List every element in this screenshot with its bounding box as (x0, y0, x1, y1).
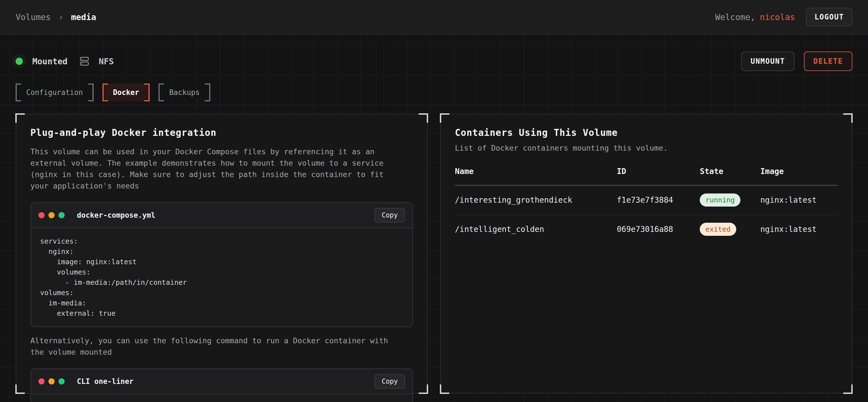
volume-actions: UNMOUNT DELETE (741, 52, 853, 71)
column-header-id: ID (617, 167, 700, 186)
breadcrumb: Volumes › media (16, 11, 96, 23)
status-badge-running: running (700, 194, 740, 207)
volume-tabs: Configuration Docker Backups (16, 83, 852, 101)
corner-bracket-decoration (843, 113, 853, 123)
corner-bracket-decoration (419, 113, 428, 123)
containers-table: Name ID State Image /interesting_grothen… (455, 167, 838, 244)
window-dot-red-icon (38, 212, 44, 218)
container-id: 069e73016a88 (617, 215, 700, 244)
corner-bracket-decoration (440, 113, 449, 123)
chevron-right-icon: › (58, 11, 63, 23)
server-icon (80, 57, 89, 66)
corner-bracket-decoration (440, 384, 449, 394)
compose-code-header: docker-compose.yml Copy (31, 203, 412, 228)
tab-configuration[interactable]: Configuration (16, 83, 94, 101)
container-image: nginx:latest (760, 186, 838, 215)
cli-code-header: CLI one-liner Copy (31, 369, 412, 395)
column-header-state: State (700, 167, 760, 186)
mounted-indicator-dot (16, 58, 23, 65)
window-dot-green-icon (59, 378, 65, 384)
container-state: running (700, 186, 760, 215)
mount-status: Mounted NFS (16, 57, 114, 66)
window-dot-yellow-icon (49, 378, 55, 384)
status-badge-exited: exited (700, 223, 736, 236)
corner-bracket-decoration (15, 384, 25, 394)
compose-code-content: services: nginx: image: nginx:latest vol… (31, 228, 412, 326)
tab-backups[interactable]: Backups (158, 83, 210, 101)
welcome-prefix: Welcome, (715, 12, 755, 22)
username: nicolas (760, 12, 795, 22)
containers-panel-title: Containers Using This Volume (455, 127, 838, 138)
docker-panel-title: Plug-and-play Docker integration (30, 127, 413, 138)
docker-integration-panel: Plug-and-play Docker integration This vo… (16, 113, 428, 394)
cli-block-title: CLI one-liner (77, 377, 134, 386)
column-header-image: Image (760, 167, 838, 186)
logout-button[interactable]: LOGOUT (806, 8, 852, 26)
main-content: Mounted NFS UNMOUNT DELETE Configuration… (0, 35, 868, 402)
column-header-name: Name (455, 167, 617, 186)
window-dot-green-icon (59, 212, 65, 218)
cli-copy-button[interactable]: Copy (374, 374, 405, 389)
welcome-text: Welcome, nicolas (715, 12, 795, 22)
tab-docker[interactable]: Docker (102, 83, 150, 101)
container-image: nginx:latest (760, 215, 838, 244)
user-area: Welcome, nicolas LOGOUT (715, 8, 852, 26)
containers-panel: Containers Using This Volume List of Doc… (440, 113, 852, 394)
breadcrumb-volumes-link[interactable]: Volumes (16, 12, 51, 22)
breadcrumb-current-volume: media (71, 12, 96, 22)
container-row: /intelligent_colden 069e73016a88 exited … (455, 215, 838, 244)
window-dot-yellow-icon (49, 212, 55, 218)
cli-intro-text: Alternatively, you can use the following… (30, 335, 398, 358)
container-name: /intelligent_colden (455, 215, 617, 244)
delete-button[interactable]: DELETE (804, 52, 852, 71)
top-bar: Volumes › media Welcome, nicolas LOGOUT (0, 0, 868, 35)
container-name: /interesting_grothendieck (455, 186, 617, 215)
cli-code-block: CLI one-liner Copy docker run -v im-medi… (30, 368, 413, 402)
corner-bracket-decoration (843, 384, 853, 394)
fs-type-label: NFS (99, 57, 114, 66)
container-row: /interesting_grothendieck f1e73e7f3884 r… (455, 186, 838, 215)
panels-container: Plug-and-play Docker integration This vo… (16, 113, 852, 394)
container-id: f1e73e7f3884 (617, 186, 700, 215)
docker-panel-description: This volume can be used in your Docker C… (30, 146, 398, 192)
compose-copy-button[interactable]: Copy (374, 208, 405, 223)
containers-table-header-row: Name ID State Image (455, 167, 838, 186)
cli-code-content: docker run -v im-media:/path/in/containe… (31, 395, 412, 402)
containers-panel-subtitle: List of Docker containers mounting this … (455, 144, 838, 152)
mount-status-label: Mounted (32, 57, 67, 66)
compose-code-block: docker-compose.yml Copy services: nginx:… (30, 202, 413, 327)
volume-status-row: Mounted NFS UNMOUNT DELETE (16, 52, 852, 71)
window-dot-red-icon (38, 378, 44, 384)
container-state: exited (700, 215, 760, 244)
compose-filename: docker-compose.yml (77, 211, 155, 220)
corner-bracket-decoration (419, 384, 428, 394)
unmount-button[interactable]: UNMOUNT (741, 52, 795, 71)
corner-bracket-decoration (15, 113, 25, 123)
